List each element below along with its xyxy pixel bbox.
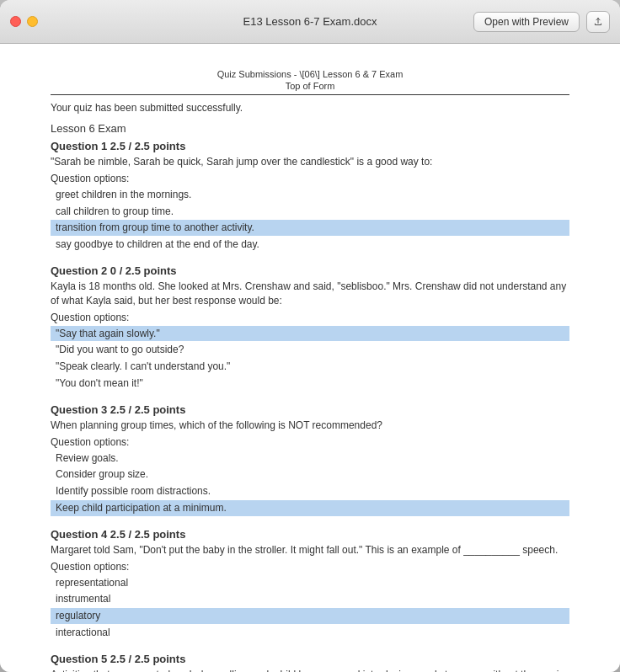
window-title: E13 Lesson 6-7 Exam.docx [243, 15, 377, 28]
option-item: Consider group size. [51, 467, 569, 483]
option-item: call children to group time. [51, 204, 569, 220]
option-item: greet children in the mornings. [51, 187, 569, 203]
question-block: Question 2 0 / 2.5 pointsKayla is 18 mon… [51, 264, 569, 392]
option-item: say goodbye to children at the end of th… [51, 237, 569, 253]
option-item: "Speak clearly. I can't understand you." [51, 359, 569, 375]
question-text: Margaret told Sam, "Don't put the baby i… [51, 543, 569, 557]
document-content: Quiz Submissions - \[06\] Lesson 6 & 7 E… [0, 44, 620, 672]
question-block: Question 5 2.5 / 2.5 pointsActivities th… [51, 653, 569, 672]
share-button[interactable] [586, 11, 610, 33]
option-item: transition from group time to another ac… [51, 220, 569, 236]
question-header: Question 3 2.5 / 2.5 points [51, 403, 569, 416]
titlebar-actions: Open with Preview [473, 11, 610, 33]
option-item: interactional [51, 625, 569, 641]
question-header: Question 5 2.5 / 2.5 points [51, 653, 569, 665]
doc-header: Quiz Submissions - \[06\] Lesson 6 & 7 E… [51, 69, 569, 95]
app-window: E13 Lesson 6-7 Exam.docx Open with Previ… [0, 0, 620, 672]
option-item: representational [51, 575, 569, 591]
option-item: "Say that again slowly." [51, 326, 569, 342]
question-header: Question 2 0 / 2.5 points [51, 264, 569, 277]
option-item: Identify possible room distractions. [51, 483, 569, 499]
share-icon [594, 16, 602, 28]
traffic-lights [10, 16, 38, 27]
question-text: Activities that are repeated each day, c… [51, 668, 569, 672]
option-item: Review goals. [51, 451, 569, 467]
doc-header-line1: Quiz Submissions - \[06\] Lesson 6 & 7 E… [51, 69, 569, 79]
titlebar: E13 Lesson 6-7 Exam.docx Open with Previ… [0, 0, 620, 44]
question-header: Question 1 2.5 / 2.5 points [51, 140, 569, 152]
open-with-preview-button[interactable]: Open with Preview [473, 12, 580, 32]
options-label: Question options: [51, 173, 569, 184]
question-block: Question 3 2.5 / 2.5 pointsWhen planning… [51, 403, 569, 516]
option-item: Keep child participation at a minimum. [51, 500, 569, 516]
question-block: Question 4 2.5 / 2.5 pointsMargaret told… [51, 528, 569, 641]
doc-header-line2: Top of Form [51, 81, 569, 95]
option-item: "You don't mean it!" [51, 376, 569, 392]
option-item: regulatory [51, 608, 569, 624]
question-header: Question 4 2.5 / 2.5 points [51, 528, 569, 541]
question-text: When planning group times, which of the … [51, 419, 569, 433]
options-label: Question options: [51, 436, 569, 448]
close-button[interactable] [10, 16, 21, 27]
option-item: instrumental [51, 591, 569, 607]
options-label: Question options: [51, 561, 569, 573]
minimize-button[interactable] [27, 16, 38, 27]
question-text: "Sarah be nimble, Sarah be quick, Sarah … [51, 155, 569, 169]
question-text: Kayla is 18 months old. She looked at Mr… [51, 280, 569, 308]
option-item: "Did you want to go outside? [51, 342, 569, 358]
lesson-title: Lesson 6 Exam [51, 122, 569, 135]
question-block: Question 1 2.5 / 2.5 points"Sarah be nim… [51, 140, 569, 253]
questions-container: Question 1 2.5 / 2.5 points"Sarah be nim… [51, 140, 569, 672]
options-label: Question options: [51, 312, 569, 323]
submitted-message: Your quiz has been submitted successfull… [51, 102, 569, 114]
